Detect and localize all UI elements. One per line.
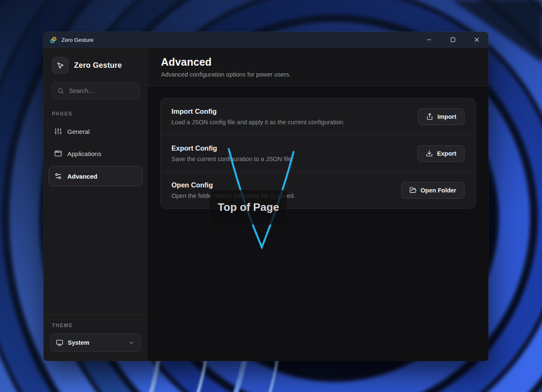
app-window-icon	[54, 150, 62, 157]
pages-section-label: PAGES	[52, 111, 139, 117]
maximize-button[interactable]	[441, 32, 465, 48]
chevron-down-icon	[128, 340, 135, 346]
brand: Zero Gesture	[52, 57, 139, 74]
button-label: Export	[437, 150, 456, 157]
settings-toggles-icon	[54, 172, 62, 180]
setting-title: Export Config	[171, 144, 293, 152]
sidebar-nav: General Applications	[49, 122, 143, 186]
button-label: Open Folder	[421, 187, 456, 194]
sliders-icon	[54, 128, 62, 135]
nav-label: Advanced	[67, 173, 97, 180]
monitor-icon	[56, 339, 63, 346]
settings-card: Import Config Load a JSON config file an…	[160, 98, 476, 209]
page-content: Import Config Load a JSON config file an…	[148, 86, 488, 361]
page-subtitle: Advanced configuration options for power…	[161, 71, 475, 78]
sidebar-item-general[interactable]: General	[49, 122, 143, 141]
open-folder-button[interactable]: Open Folder	[401, 182, 465, 199]
window-controls	[417, 32, 488, 48]
app-logo-icon	[49, 36, 57, 44]
sidebar-item-applications[interactable]: Applications	[49, 144, 143, 163]
page-title: Advanced	[161, 56, 475, 68]
button-label: Import	[437, 113, 456, 120]
folder-open-icon	[409, 187, 417, 194]
setting-row-export: Export Config Save the current configura…	[161, 135, 476, 172]
app-window: Zero Gesture	[43, 32, 488, 361]
cursor-pointer-icon	[52, 57, 69, 74]
setting-row-open-config: Open Config Open the folder where the co…	[161, 172, 476, 208]
setting-title: Open Config	[171, 181, 295, 189]
page-header: Advanced Advanced configuration options …	[148, 48, 488, 86]
setting-description: Open the folder where the config file is…	[171, 192, 295, 199]
setting-description: Save the current configuration to a JSON…	[171, 156, 293, 162]
search-input[interactable]	[68, 87, 134, 95]
nav-label: Applications	[67, 150, 101, 157]
import-button[interactable]: Import	[418, 108, 465, 125]
search-icon	[57, 87, 64, 94]
main-content: Advanced Advanced configuration options …	[148, 48, 488, 361]
close-button[interactable]	[465, 32, 488, 48]
upload-icon	[426, 113, 433, 120]
nav-label: General	[67, 128, 89, 135]
sidebar-divider	[43, 315, 148, 315]
theme-selector[interactable]: System	[50, 333, 141, 352]
brand-name: Zero Gesture	[74, 61, 122, 70]
titlebar[interactable]: Zero Gesture	[43, 32, 488, 48]
theme-section-label: THEME	[52, 323, 139, 328]
search-box[interactable]	[51, 82, 140, 100]
download-icon	[426, 150, 433, 157]
minimize-button[interactable]	[417, 32, 441, 48]
export-button[interactable]: Export	[417, 145, 465, 162]
sidebar: Zero Gesture PAGES	[43, 48, 148, 361]
setting-description: Load a JSON config file and apply it as …	[171, 119, 345, 126]
sidebar-item-advanced[interactable]: Advanced	[49, 166, 143, 186]
setting-title: Import Config	[171, 108, 345, 115]
theme-value: System	[68, 339, 89, 346]
setting-row-import: Import Config Load a JSON config file an…	[161, 98, 476, 135]
desktop: Zero Gesture	[0, 0, 542, 392]
window-title: Zero Gesture	[61, 37, 94, 43]
sidebar-spacer	[43, 186, 148, 315]
